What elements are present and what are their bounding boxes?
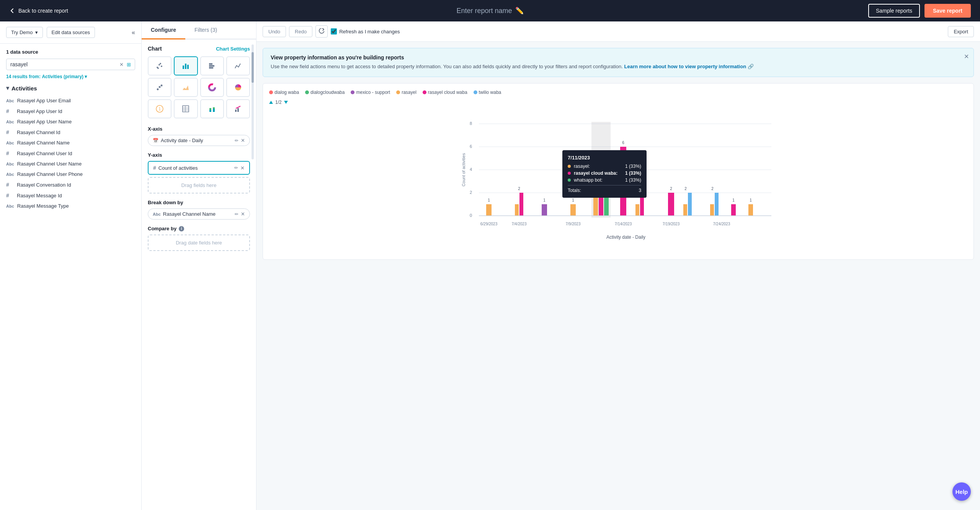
chart-type-stacked-bar[interactable] [200,99,224,118]
field-type-icon: Abc [6,204,14,208]
info-banner: View property information as you're buil… [263,48,974,77]
svg-rect-19 [183,106,189,112]
yaxis-edit-icon[interactable]: ✏ [234,165,238,171]
field-label: Rasayel Channel User Phone [17,171,83,177]
chart-type-bar[interactable] [174,56,198,75]
abc-icon: Abc [153,212,161,216]
legend-dot [474,90,477,94]
compare-by-drag-zone: Drag date fields here [148,235,250,251]
breakdown-edit-icon[interactable]: ✏ [235,212,238,217]
legend-item: dialog waba [269,90,299,95]
results-source-link[interactable]: Activities (primary) [42,74,83,79]
svg-text:1: 1 [543,198,546,202]
edit-datasources-button[interactable]: Edit data sources [47,27,95,38]
svg-rect-40 [486,204,492,216]
chart-legend: dialog wabadialogcloudwabamexico - suppo… [269,90,967,95]
refresh-checkbox-input[interactable] [331,28,337,34]
field-item[interactable]: #Rasayel App User Id [6,106,135,116]
search-box: ✕ ⊞ [6,59,135,70]
collapse-panel-icon[interactable]: « [132,29,135,36]
help-button[interactable]: Help [952,482,971,501]
chart-settings-link[interactable]: Chart Settings [216,46,250,52]
svg-rect-43 [515,204,519,216]
svg-point-12 [159,86,161,88]
chart-type-line[interactable] [226,56,250,75]
compare-by-info-icon[interactable]: i [179,226,184,231]
field-type-icon: Abc [6,172,14,177]
sample-reports-button[interactable]: Sample reports [868,4,920,18]
refresh-icon-button[interactable] [315,25,328,38]
svg-rect-60 [640,181,644,216]
datasource-section: 1 data source ✕ ⊞ 14 results from: Activ… [0,44,141,82]
svg-rect-47 [542,204,547,216]
field-item[interactable]: AbcRasayel App User Email [6,95,135,106]
sort-asc-icon[interactable] [269,101,273,104]
field-type-icon: # [6,150,14,156]
field-item[interactable]: AbcRasayel Channel User Name [6,159,135,169]
field-type-icon: Abc [6,98,14,103]
svg-rect-10 [209,67,213,69]
redo-button[interactable]: Redo [289,26,312,37]
legend-label: rasayel [402,90,416,95]
field-item[interactable]: AbcRasayel App User Name [6,116,135,127]
tab-configure[interactable]: Configure [142,21,185,39]
svg-point-13 [161,85,163,87]
svg-point-3 [160,63,161,64]
chart-type-area[interactable] [174,78,198,97]
try-demo-button[interactable]: Try Demo ▾ [6,27,43,38]
field-item[interactable]: #Rasayel Message Id [6,190,135,201]
chart-type-donut[interactable] [200,78,224,97]
tab-filters[interactable]: Filters (3) [185,21,226,39]
yaxis-pill: # Count of activities ✏ ✕ [148,161,250,175]
top-navigation: Back to create report Enter report name … [0,0,980,21]
xaxis-edit-icon[interactable]: ✏ [235,138,238,143]
field-type-icon: # [6,108,14,114]
field-type-icon: Abc [6,162,14,166]
field-item[interactable]: AbcRasayel Message Type [6,201,135,211]
refresh-icon [318,28,325,34]
save-report-button[interactable]: Save report [924,4,971,18]
breakdown-remove-icon[interactable]: ✕ [241,211,245,217]
field-item[interactable]: AbcRasayel Channel User Phone [6,169,135,179]
svg-text:1: 1 [732,198,735,202]
chart-type-table[interactable] [174,99,198,118]
svg-text:6/29/2023: 6/29/2023 [480,222,498,226]
back-to-create-report-link[interactable]: Back to create report [9,8,68,14]
fields-list: ▾ Activities AbcRasayel App User Email#R… [0,82,141,510]
field-item[interactable]: AbcRasayel Channel Name [6,138,135,148]
page-indicator: 1/2 [275,100,282,105]
info-banner-link[interactable]: Learn more about how to view property in… [624,64,754,69]
field-type-icon: Abc [6,120,14,124]
undo-button[interactable]: Undo [263,26,286,37]
edit-report-name-icon[interactable]: ✏️ [515,7,524,15]
export-button[interactable]: Export [948,26,974,37]
activities-section-header[interactable]: ▾ Activities [6,85,135,92]
chart-type-combo[interactable] [226,99,250,118]
svg-rect-6 [185,64,186,69]
filter-icon[interactable]: ⊞ [127,62,131,67]
refresh-checkbox-label[interactable]: Refresh as I make changes [331,28,400,34]
field-type-icon: Abc [6,141,14,145]
field-item[interactable]: #Rasayel Channel Id [6,127,135,138]
chart-type-pie[interactable] [226,78,250,97]
results-label: 14 results from: Activities (primary) ▾ [6,74,135,79]
field-item[interactable]: #Rasayel Channel User Id [6,148,135,159]
clear-search-icon[interactable]: ✕ [119,62,124,67]
chart-type-number[interactable]: 1 [148,99,172,118]
svg-text:1: 1 [572,198,574,202]
search-input[interactable] [10,61,116,67]
right-toolbar: Undo Redo Refresh as I make changes Expo… [256,21,980,42]
chart-type-scatter[interactable] [148,56,172,75]
results-source-chevron[interactable]: ▾ [85,74,87,79]
chart-type-horizontal-bar[interactable] [200,56,224,75]
yaxis-remove-icon[interactable]: ✕ [240,165,245,171]
field-item[interactable]: #Rasayel Conversation Id [6,179,135,190]
chart-type-dot[interactable] [148,78,172,97]
sort-desc-icon[interactable] [284,101,288,104]
report-name-text[interactable]: Enter report name [456,7,512,15]
svg-text:7/9/2023: 7/9/2023 [566,222,581,226]
xaxis-remove-icon[interactable]: ✕ [241,138,245,143]
svg-text:7/24/2023: 7/24/2023 [713,222,730,226]
close-banner-icon[interactable]: ✕ [964,53,969,60]
svg-rect-26 [213,107,215,109]
